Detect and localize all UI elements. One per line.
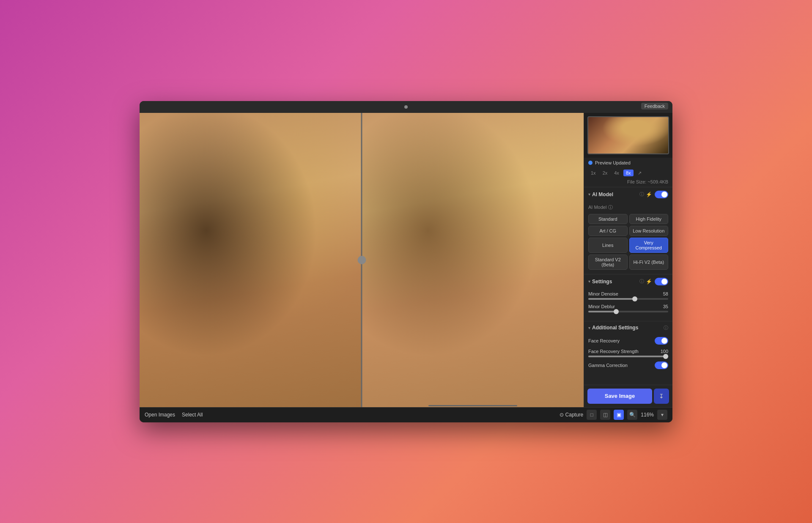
before-portrait bbox=[140, 113, 362, 407]
ai-model-actions: ⚡ bbox=[646, 191, 668, 198]
format-tab-1x[interactable]: 1x bbox=[588, 170, 598, 176]
settings-chevron: ▾ bbox=[588, 279, 590, 284]
settings-toggle[interactable] bbox=[655, 278, 668, 285]
face-recovery-strength-fill bbox=[588, 356, 668, 357]
minor-denoise-track bbox=[588, 298, 668, 300]
open-images-button[interactable]: Open Images bbox=[145, 412, 175, 418]
model-btn-standard[interactable]: Standard bbox=[588, 214, 628, 224]
ai-model-sub-info: ⓘ bbox=[608, 204, 613, 211]
zoom-chevron-icon: ▾ bbox=[661, 412, 664, 418]
minor-deblur-value: 35 bbox=[663, 304, 668, 309]
model-btn-very-compressed[interactable]: Very Compressed bbox=[629, 238, 669, 253]
face-recovery-strength-track bbox=[588, 356, 668, 357]
title-bar: Feedback bbox=[140, 101, 672, 113]
face-recovery-strength-label: Face Recovery Strength bbox=[588, 349, 639, 354]
compare-icon: ◫ bbox=[603, 412, 608, 418]
capture-icon: ⊙ bbox=[560, 412, 564, 418]
zoom-icon: 🔍 bbox=[629, 412, 636, 418]
feedback-button[interactable]: Feedback bbox=[641, 103, 668, 110]
settings-header[interactable]: ▾ Settings ⓘ ⚡ bbox=[584, 274, 672, 289]
preview-dot bbox=[588, 161, 593, 165]
additional-info-icon: ⓘ bbox=[664, 325, 668, 331]
model-btn-art-cg[interactable]: Art / CG bbox=[588, 226, 628, 236]
save-button[interactable]: Save Image bbox=[587, 389, 652, 404]
spacer bbox=[584, 378, 672, 385]
format-tab-8x[interactable]: 8x bbox=[623, 170, 634, 176]
minor-denoise-thumb[interactable] bbox=[632, 296, 637, 301]
gamma-correction-toggle[interactable] bbox=[655, 361, 668, 369]
minor-deblur-label: Minor Deblur bbox=[588, 304, 615, 309]
format-tab-4x[interactable]: 4x bbox=[612, 170, 622, 176]
ai-model-chevron: ▾ bbox=[588, 192, 590, 197]
face-recovery-row: Face Recovery bbox=[588, 337, 668, 345]
model-btn-lines[interactable]: Lines bbox=[588, 238, 628, 253]
additional-chevron: ▾ bbox=[588, 326, 590, 330]
format-tab-more[interactable]: ↗ bbox=[635, 170, 644, 177]
model-btn-low-resolution[interactable]: Low Resolution bbox=[629, 226, 669, 236]
face-recovery-strength-value: 100 bbox=[661, 349, 668, 354]
zoom-button[interactable]: 🔍 bbox=[627, 410, 637, 420]
face-recovery-strength-label-row: Face Recovery Strength 100 bbox=[588, 349, 668, 354]
ai-model-toggle[interactable] bbox=[655, 191, 668, 198]
minor-deblur-thumb[interactable] bbox=[614, 309, 619, 314]
model-grid: Standard High Fidelity Art / CG Low Reso… bbox=[588, 214, 668, 270]
split-divider bbox=[361, 113, 362, 407]
file-size: File Size: ~509.4KB bbox=[584, 178, 672, 187]
minor-deblur-label-row: Minor Deblur 35 bbox=[588, 304, 668, 309]
ai-model-subsection-label: AI Model ⓘ bbox=[588, 204, 668, 211]
minor-deblur-row: Minor Deblur 35 bbox=[588, 304, 668, 312]
after-portrait bbox=[362, 113, 584, 407]
bottom-bar: Open Images Select All ⊙ Capture □ ◫ ▣ 🔍… bbox=[140, 407, 672, 422]
format-tab-2x[interactable]: 2x bbox=[600, 170, 610, 176]
minor-denoise-value: 58 bbox=[663, 291, 668, 296]
minor-denoise-fill bbox=[588, 298, 635, 300]
side-by-side-button[interactable]: ▣ bbox=[614, 410, 624, 420]
model-btn-high-fidelity[interactable]: High Fidelity bbox=[629, 214, 669, 224]
scrollbar[interactable] bbox=[428, 405, 517, 406]
face-recovery-toggle[interactable] bbox=[655, 337, 668, 345]
model-btn-standard-v2[interactable]: Standard V2 (Beta) bbox=[588, 255, 628, 270]
minor-deblur-track bbox=[588, 311, 668, 312]
additional-settings-title: Additional Settings bbox=[592, 325, 662, 331]
title-dot bbox=[404, 105, 408, 109]
ai-model-section: ▾ AI Model ⓘ ⚡ AI Model ⓘ Standard bbox=[584, 187, 672, 274]
fit-icon: □ bbox=[590, 412, 593, 418]
save-bar: Save Image ↧ bbox=[584, 385, 672, 407]
settings-lightning-icon: ⚡ bbox=[646, 279, 652, 285]
settings-section: ▾ Settings ⓘ ⚡ Minor Denoise 58 bbox=[584, 274, 672, 321]
compare-button[interactable]: ◫ bbox=[600, 410, 610, 420]
settings-actions: ⚡ bbox=[646, 278, 668, 285]
face-recovery-strength-thumb[interactable] bbox=[663, 354, 668, 359]
split-handle[interactable] bbox=[357, 256, 366, 264]
main-content: Preview Updated 1x 2x 4x 8x ↗ File Size:… bbox=[140, 113, 672, 407]
zoom-level: 116% bbox=[641, 412, 654, 418]
thumbnail-area bbox=[584, 113, 672, 158]
thumbnail-image bbox=[587, 116, 669, 154]
minor-denoise-label: Minor Denoise bbox=[588, 291, 618, 296]
format-tabs: 1x 2x 4x 8x ↗ bbox=[584, 168, 672, 178]
zoom-dropdown-button[interactable]: ▾ bbox=[657, 410, 667, 420]
right-panel: Preview Updated 1x 2x 4x 8x ↗ File Size:… bbox=[584, 113, 672, 407]
app-window: Feedback bbox=[140, 101, 672, 422]
preview-label: Preview Updated bbox=[595, 160, 631, 165]
ai-model-header[interactable]: ▾ AI Model ⓘ ⚡ bbox=[584, 187, 672, 202]
save-extra-button[interactable]: ↧ bbox=[654, 389, 669, 404]
capture-button[interactable]: ⊙ Capture bbox=[560, 412, 584, 418]
fit-button[interactable]: □ bbox=[587, 410, 597, 420]
preview-status: Preview Updated bbox=[584, 158, 672, 168]
save-extra-icon: ↧ bbox=[659, 393, 664, 400]
save-btn-row: Save Image ↧ bbox=[587, 389, 669, 404]
ai-model-body: AI Model ⓘ Standard High Fidelity Art / … bbox=[584, 202, 672, 274]
model-btn-hifi-v2[interactable]: Hi-Fi V2 (Beta) bbox=[629, 255, 669, 270]
bottom-bar-right: ⊙ Capture □ ◫ ▣ 🔍 116% ▾ bbox=[560, 410, 667, 420]
ai-lightning-icon: ⚡ bbox=[646, 192, 652, 197]
before-image bbox=[140, 113, 362, 407]
select-all-button[interactable]: Select All bbox=[182, 412, 203, 418]
additional-settings-header[interactable]: ▾ Additional Settings ⓘ bbox=[584, 321, 672, 334]
capture-label: Capture bbox=[565, 412, 584, 418]
gamma-correction-row: Gamma Correction bbox=[588, 361, 668, 369]
settings-title: Settings bbox=[592, 279, 638, 285]
minor-deblur-fill bbox=[588, 311, 616, 312]
bottom-bar-left: Open Images Select All bbox=[145, 412, 203, 418]
face-recovery-label: Face Recovery bbox=[588, 338, 620, 343]
